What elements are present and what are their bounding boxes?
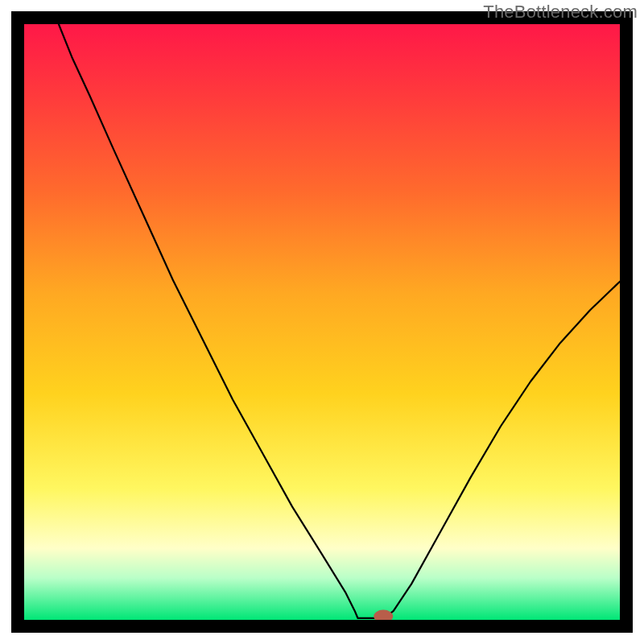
chart-frame: TheBottleneck.com [0, 0, 644, 644]
plot-background-gradient [24, 24, 620, 620]
bottleneck-plot [0, 0, 644, 644]
watermark-text: TheBottleneck.com [483, 2, 638, 23]
